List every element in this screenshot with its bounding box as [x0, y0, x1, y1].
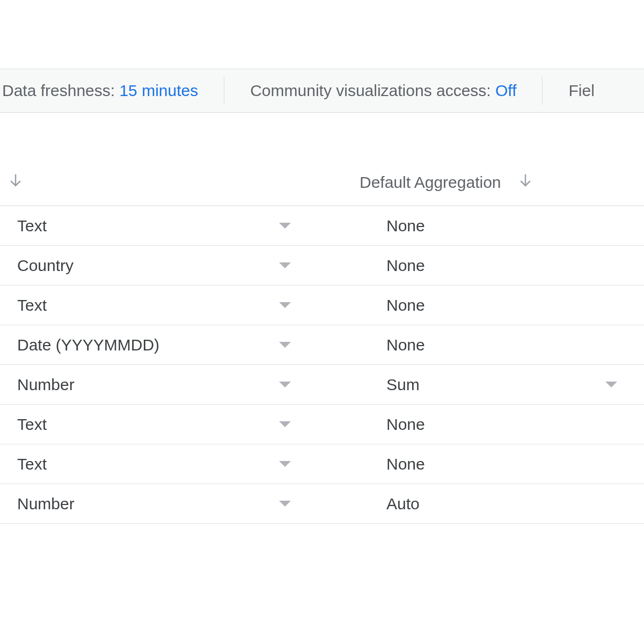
aggregation-cell[interactable]: None — [360, 217, 644, 235]
type-value: Number — [17, 376, 279, 394]
fields-table: Default Aggregation TextNoneCountryNoneT… — [0, 159, 644, 524]
type-cell[interactable]: Number — [0, 376, 360, 394]
aggregation-cell[interactable]: None — [360, 296, 644, 314]
table-row: Date (YYYYMMDD)None — [0, 325, 644, 365]
aggregation-cell[interactable]: None — [360, 415, 644, 434]
type-value: Country — [17, 257, 279, 275]
type-value: Text — [17, 455, 279, 473]
chevron-down-icon[interactable] — [279, 382, 291, 387]
data-freshness-value[interactable]: 15 minutes — [119, 82, 198, 99]
table-row: NumberSum — [0, 365, 644, 405]
community-viz-label: Community visualizations access: — [250, 82, 495, 99]
table-row: TextNone — [0, 206, 644, 246]
aggregation-value: Auto — [386, 495, 605, 513]
field-cell[interactable]: Fiel — [543, 82, 620, 100]
table-row: NumberAuto — [0, 484, 644, 524]
aggregation-cell[interactable]: None — [360, 257, 644, 275]
type-cell[interactable]: Text — [0, 455, 360, 473]
table-header-row: Default Aggregation — [0, 159, 644, 206]
type-cell[interactable]: Text — [0, 415, 360, 434]
aggregation-value: None — [386, 217, 605, 235]
chevron-down-icon[interactable] — [279, 501, 291, 507]
type-cell[interactable]: Text — [0, 217, 360, 235]
aggregation-value: None — [386, 336, 605, 354]
type-cell[interactable]: Text — [0, 296, 360, 314]
column-header-aggregation-label: Default Aggregation — [360, 173, 501, 192]
type-value: Number — [17, 495, 279, 513]
type-cell[interactable]: Number — [0, 495, 360, 513]
type-cell[interactable]: Date (YYYYMMDD) — [0, 336, 360, 354]
status-bar: Data freshness: 15 minutes Community vis… — [0, 69, 644, 113]
aggregation-value: None — [386, 296, 605, 314]
aggregation-cell[interactable]: Auto — [360, 495, 644, 513]
chevron-down-icon[interactable] — [279, 262, 291, 268]
table-row: TextNone — [0, 286, 644, 325]
table-row: CountryNone — [0, 246, 644, 286]
type-cell[interactable]: Country — [0, 257, 360, 275]
type-value: Text — [17, 296, 279, 314]
column-header-aggregation[interactable]: Default Aggregation — [360, 172, 644, 192]
arrow-down-icon[interactable] — [517, 172, 533, 192]
table-row: TextNone — [0, 444, 644, 484]
type-value: Text — [17, 415, 279, 434]
community-viz-value[interactable]: Off — [495, 82, 516, 99]
chevron-down-icon[interactable] — [279, 302, 291, 308]
column-header-type[interactable] — [0, 172, 360, 192]
chevron-down-icon[interactable] — [279, 461, 291, 467]
data-freshness-cell[interactable]: Data freshness: 15 minutes — [0, 82, 224, 100]
aggregation-value: None — [386, 257, 605, 275]
type-value: Date (YYYYMMDD) — [17, 336, 279, 354]
chevron-down-icon[interactable] — [279, 421, 291, 427]
top-spacer — [0, 0, 644, 69]
aggregation-cell[interactable]: None — [360, 336, 644, 354]
data-freshness-label: Data freshness: — [2, 82, 119, 99]
arrow-down-icon[interactable] — [8, 172, 24, 192]
aggregation-value: Sum — [386, 376, 605, 394]
community-viz-cell[interactable]: Community visualizations access: Off — [224, 82, 542, 100]
chevron-down-icon[interactable] — [279, 342, 291, 348]
table-row: TextNone — [0, 405, 644, 444]
aggregation-value: None — [386, 415, 605, 434]
chevron-down-icon[interactable] — [279, 223, 291, 229]
mid-spacer — [0, 113, 644, 159]
aggregation-cell[interactable]: Sum — [360, 376, 644, 394]
type-value: Text — [17, 217, 279, 235]
aggregation-value: None — [386, 455, 605, 473]
aggregation-cell[interactable]: None — [360, 455, 644, 473]
field-label: Fiel — [568, 82, 594, 99]
chevron-down-icon[interactable] — [605, 382, 617, 387]
